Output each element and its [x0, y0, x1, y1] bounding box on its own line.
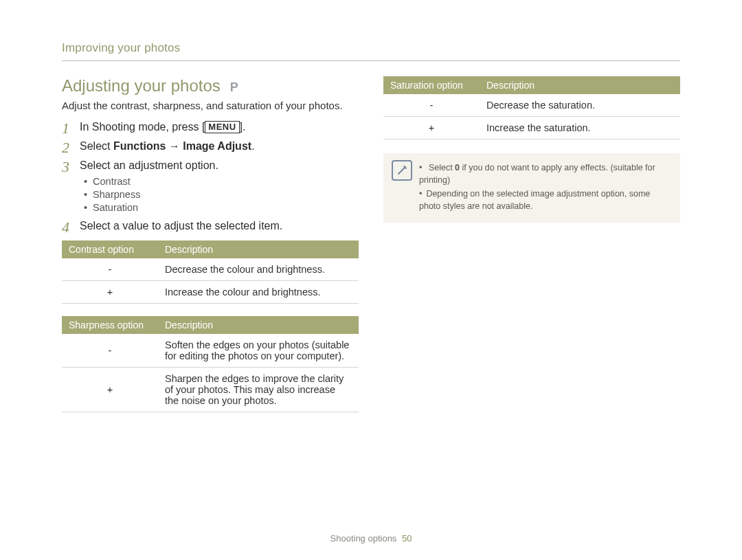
note-line-1: Select 0 if you do not want to apply any… [419, 161, 671, 186]
svg-point-0 [398, 172, 400, 174]
footer-section: Shooting options [330, 533, 397, 544]
note-1-bold: 0 [455, 163, 460, 172]
contrast-opt-1: + [62, 281, 158, 304]
sub-sharpness: Sharpness [84, 189, 359, 200]
footer-page-number: 50 [402, 533, 412, 544]
mode-badge: P [230, 80, 239, 95]
sub-saturation: Saturation [84, 202, 359, 213]
saturation-desc-1: Increase the saturation. [480, 117, 680, 139]
section-heading: Adjusting your photos [62, 76, 221, 96]
manual-page: Improving your photos Adjusting your pho… [0, 0, 742, 560]
table-row: - Decrease the colour and brightness. [62, 258, 359, 281]
lead-text: Adjust the contrast, sharpness, and satu… [62, 100, 359, 111]
step-2: Select Functions → Image Adjust. [62, 140, 359, 153]
sharpness-table: Sharpness option Description - Soften th… [62, 316, 359, 412]
step-1: In Shooting mode, press [MENU]. [62, 121, 359, 133]
step-3-text: Select an adjustment option. [80, 159, 218, 171]
step-3-sublist: Contrast Sharpness Saturation [84, 176, 359, 213]
contrast-desc-0: Decrease the colour and brightness. [158, 258, 359, 281]
table-row: + Increase the colour and brightness. [62, 281, 359, 304]
contrast-opt-0: - [62, 258, 158, 281]
step-1-pre: In Shooting mode, press [ [80, 121, 205, 133]
page-footer: Shooting options 50 [0, 533, 742, 544]
saturation-opt-0: - [383, 94, 480, 117]
contrast-th-option: Contrast option [62, 240, 158, 258]
note-1-pre: Select [429, 163, 455, 172]
saturation-opt-1: + [383, 117, 480, 139]
sharpness-th-desc: Description [158, 316, 359, 334]
note-box: Select 0 if you do not want to apply any… [383, 153, 680, 223]
step-3: Select an adjustment option. Contrast Sh… [62, 159, 359, 213]
note-icon [392, 160, 412, 181]
step-2-post: . [251, 140, 254, 152]
heading-row: Adjusting your photos P [62, 76, 359, 96]
chapter-title: Improving your photos [62, 41, 680, 55]
contrast-desc-1: Increase the colour and brightness. [158, 281, 359, 304]
contrast-th-desc: Description [158, 240, 359, 258]
table-row: + Sharpen the edges to improve the clari… [62, 368, 359, 412]
table-row: - Decrease the saturation. [383, 94, 680, 117]
table-row: - Soften the edges on your photos (suita… [62, 334, 359, 368]
saturation-th-option: Saturation option [383, 76, 480, 94]
content-columns: Adjusting your photos P Adjust the contr… [62, 76, 680, 425]
step-1-post: ]. [240, 121, 246, 133]
right-column: Saturation option Description - Decrease… [383, 76, 680, 425]
step-list: In Shooting mode, press [MENU]. Select F… [62, 121, 359, 232]
step-4: Select a value to adjust the selected it… [62, 220, 359, 232]
saturation-desc-0: Decrease the saturation. [480, 94, 680, 117]
sharpness-opt-1: + [62, 368, 158, 412]
contrast-table: Contrast option Description - Decrease t… [62, 240, 359, 304]
left-column: Adjusting your photos P Adjust the contr… [62, 76, 359, 425]
sharpness-opt-0: - [62, 334, 158, 368]
step-2-pre: Select [80, 140, 113, 152]
table-row: + Increase the saturation. [383, 117, 680, 139]
sharpness-desc-0: Soften the edges on your photos (suitabl… [158, 334, 359, 368]
saturation-table: Saturation option Description - Decrease… [383, 76, 680, 139]
menu-button-label: MENU [205, 121, 239, 133]
step-2-bold: Functions → Image Adjust [113, 140, 251, 152]
sub-contrast: Contrast [84, 176, 359, 187]
sharpness-desc-1: Sharpen the edges to improve the clarity… [158, 368, 359, 412]
note-line-2: Depending on the selected image adjustme… [419, 188, 671, 212]
divider [62, 60, 680, 61]
saturation-th-desc: Description [480, 76, 680, 94]
sharpness-th-option: Sharpness option [62, 316, 158, 334]
